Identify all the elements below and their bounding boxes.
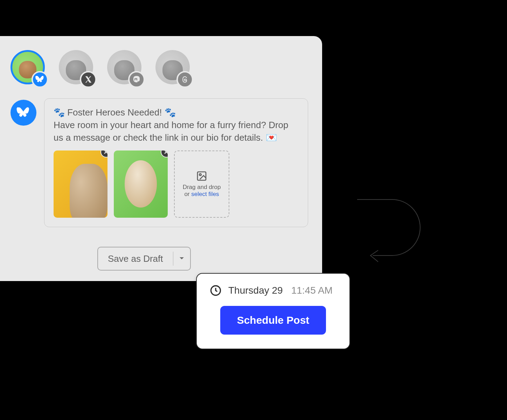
draft-button-label: Save as Draft <box>98 253 173 264</box>
schedule-popover: Thursday 29 11:45 AM Schedule Post <box>196 273 350 349</box>
channel-selector-row <box>11 50 308 84</box>
compose-row: 🐾 Foster Heroes Needed! 🐾 Have room in y… <box>11 98 308 227</box>
clock-icon <box>209 284 222 297</box>
dropzone-text: Drag and drop or select files <box>183 184 221 198</box>
bluesky-icon <box>32 71 48 88</box>
schedule-date: Thursday 29 <box>228 285 283 296</box>
actions-row: Save as Draft <box>97 247 191 271</box>
bluesky-icon <box>16 106 30 119</box>
remove-attachment-button[interactable] <box>161 150 168 158</box>
compose-box[interactable]: 🐾 Foster Heroes Needed! 🐾 Have room in y… <box>44 98 308 227</box>
compose-text[interactable]: 🐾 Foster Heroes Needed! 🐾 Have room in y… <box>54 106 299 144</box>
close-icon <box>104 150 107 154</box>
x-icon <box>80 71 97 88</box>
close-icon <box>164 150 168 154</box>
loop-arrow-decoration <box>354 196 427 273</box>
upload-dropzone[interactable]: Drag and drop or select files <box>174 150 229 218</box>
image-icon <box>196 170 207 182</box>
channel-bluesky[interactable] <box>11 50 45 84</box>
active-platform-badge <box>11 100 36 126</box>
schedule-post-button[interactable]: Schedule Post <box>220 306 326 335</box>
channel-threads[interactable] <box>155 50 190 84</box>
channel-mastodon[interactable] <box>107 50 141 84</box>
mastodon-icon <box>128 71 145 88</box>
schedule-time: 11:45 AM <box>291 285 333 296</box>
chevron-down-icon <box>179 257 184 260</box>
save-as-draft-button[interactable]: Save as Draft <box>97 247 191 271</box>
draft-dropdown-toggle[interactable] <box>173 257 190 260</box>
remove-attachment-button[interactable] <box>100 150 107 158</box>
channel-x[interactable] <box>59 50 93 84</box>
svg-point-1 <box>199 174 201 175</box>
media-attachments: Drag and drop or select files <box>54 150 299 218</box>
attachment-1[interactable] <box>54 150 107 218</box>
threads-icon <box>176 71 193 88</box>
select-files-link[interactable]: select files <box>191 191 219 197</box>
attachment-2[interactable] <box>114 150 168 218</box>
schedule-time-row[interactable]: Thursday 29 11:45 AM <box>209 284 337 297</box>
composer-card: 🐾 Foster Heroes Needed! 🐾 Have room in y… <box>0 36 322 281</box>
